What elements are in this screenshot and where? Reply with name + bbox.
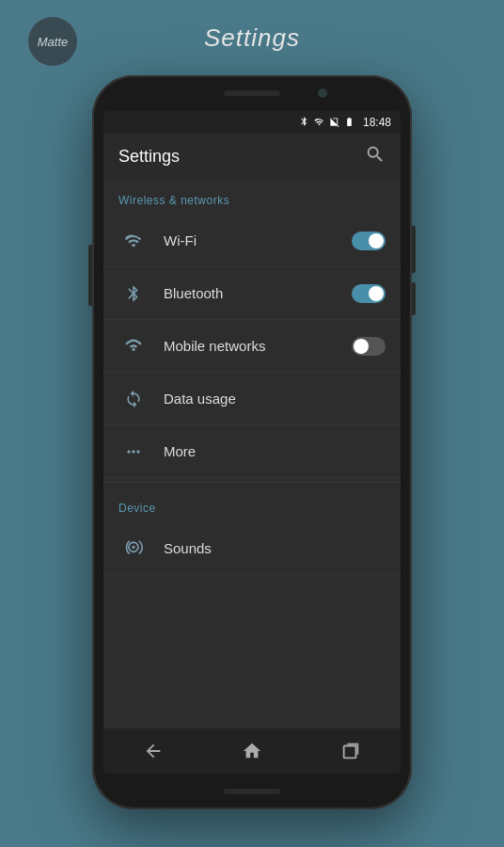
wifi-label: Wi-Fi — [149, 232, 352, 248]
mobile-networks-icon — [118, 337, 149, 356]
mobile-networks-toggle[interactable] — [352, 337, 386, 356]
more-icon — [118, 442, 149, 461]
bluetooth-toggle-thumb — [369, 286, 384, 301]
wifi-toggle-thumb — [369, 233, 384, 248]
phone-frame: 18:48 Settings Wireless & networks — [92, 75, 412, 809]
bluetooth-status-icon — [299, 115, 309, 130]
mobile-networks-toggle-container — [352, 337, 386, 356]
section-header-device: Device — [103, 487, 401, 522]
volume-button-down — [412, 282, 416, 315]
settings-item-more[interactable]: More — [103, 425, 401, 478]
settings-item-mobile-networks[interactable]: Mobile networks — [103, 320, 401, 373]
search-button[interactable] — [365, 144, 386, 169]
wifi-toggle-container — [352, 232, 386, 250]
bluetooth-toggle-container — [352, 284, 386, 303]
page-title: Settings — [118, 147, 180, 167]
status-icons: 18:48 — [299, 115, 391, 130]
bluetooth-label: Bluetooth — [149, 285, 352, 301]
settings-content: Wireless & networks Wi-Fi — [103, 179, 401, 728]
speaker-bottom — [224, 789, 280, 794]
app-title: Settings — [204, 24, 300, 53]
battery-status-icon — [343, 117, 355, 129]
signal-status-icon — [329, 116, 339, 130]
power-button — [88, 245, 92, 306]
toolbar: Settings — [103, 134, 401, 179]
volume-button-up — [412, 226, 416, 273]
wifi-status-icon — [313, 117, 325, 129]
mobile-networks-label: Mobile networks — [149, 338, 352, 354]
wifi-toggle[interactable] — [352, 232, 386, 250]
recents-button[interactable] — [318, 733, 384, 769]
back-button[interactable] — [120, 733, 186, 769]
data-usage-icon — [118, 390, 149, 408]
front-camera — [318, 88, 327, 98]
settings-item-wifi[interactable]: Wi-Fi — [103, 215, 401, 267]
phone-screen: 18:48 Settings Wireless & networks — [103, 111, 401, 774]
bluetooth-toggle[interactable] — [352, 284, 386, 303]
settings-item-sounds[interactable]: Sounds — [103, 522, 401, 575]
section-divider — [103, 482, 401, 483]
speaker-top — [224, 90, 280, 96]
data-usage-label: Data usage — [149, 391, 386, 407]
settings-item-data-usage[interactable]: Data usage — [103, 373, 401, 425]
mobile-networks-toggle-thumb — [354, 339, 369, 354]
svg-rect-0 — [344, 746, 356, 759]
wifi-icon — [118, 232, 149, 250]
app-logo: Matte — [28, 17, 77, 66]
sounds-label: Sounds — [149, 540, 386, 556]
section-header-wireless: Wireless & networks — [103, 179, 401, 215]
more-label: More — [149, 443, 386, 459]
nav-bar — [103, 728, 401, 774]
status-time: 18:48 — [363, 116, 391, 129]
bluetooth-icon — [118, 284, 149, 303]
home-button[interactable] — [219, 733, 285, 769]
sounds-icon — [118, 539, 149, 558]
settings-item-bluetooth[interactable]: Bluetooth — [103, 267, 401, 320]
status-bar: 18:48 — [103, 111, 401, 134]
